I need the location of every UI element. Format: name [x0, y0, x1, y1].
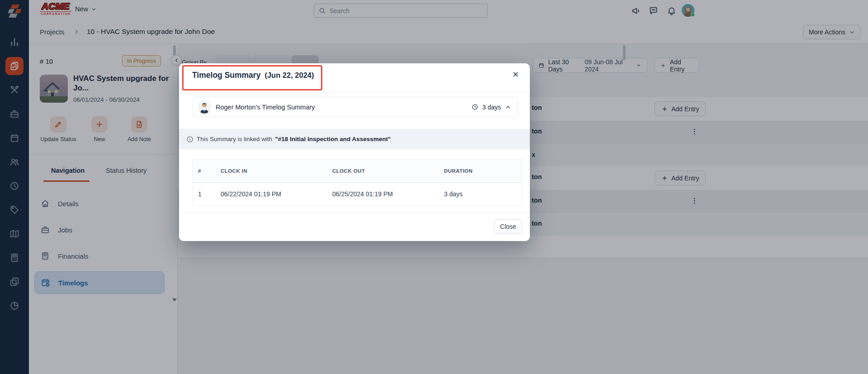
timelog-table-header: # CLOCK IN CLOCK OUT DURATION [193, 160, 522, 183]
col-index: # [193, 168, 215, 174]
timelog-table: # CLOCK IN CLOCK OUT DURATION 1 06/22/20… [192, 159, 522, 206]
cell-duration: 3 days [439, 190, 522, 198]
linked-info-text: This Summary is linked with [197, 136, 272, 142]
accordion-meta: 3 days [472, 104, 511, 111]
linked-info-banner: This Summary is linked with "#18 Initial… [179, 129, 530, 149]
modal-header-divider [179, 92, 530, 93]
chevron-up-icon[interactable] [505, 104, 511, 110]
info-icon [186, 136, 193, 143]
col-duration: DURATION [439, 168, 522, 174]
roger-avatar [198, 101, 211, 114]
cell-index: 1 [193, 190, 215, 198]
close-icon[interactable] [512, 71, 520, 79]
cell-clock-in: 06/22/2024 01:19 PM [215, 190, 327, 198]
timelog-accordion[interactable]: Roger Morton's Timelog Summary 3 days [192, 97, 518, 117]
timelog-table-row: 1 06/22/2024 01:19 PM 06/25/2024 01:19 P… [193, 183, 522, 205]
linked-job-reference: "#18 Initial Inspection and Assessment" [275, 136, 391, 142]
annotation-highlight-box [182, 65, 322, 90]
app-screen: ACME CORPORATION New [0, 0, 868, 374]
col-clock-in: CLOCK IN [215, 168, 327, 174]
accordion-duration: 3 days [482, 104, 501, 111]
accordion-title: Roger Morton's Timelog Summary [216, 104, 315, 111]
close-button[interactable]: Close [494, 219, 522, 233]
col-clock-out: CLOCK OUT [327, 168, 439, 174]
modal-footer-divider [179, 213, 530, 213]
clock-icon [472, 104, 478, 110]
cell-clock-out: 06/25/2024 01:19 PM [327, 190, 439, 198]
